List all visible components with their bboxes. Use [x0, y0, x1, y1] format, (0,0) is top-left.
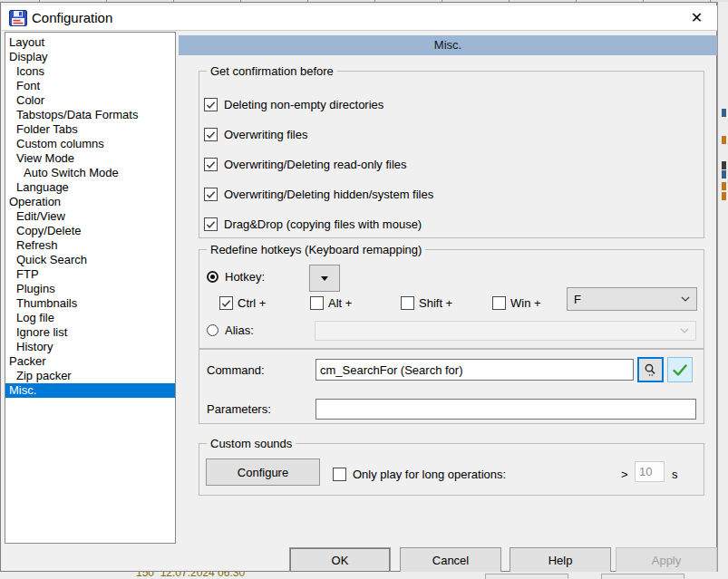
check-icon: [206, 220, 216, 229]
confirm-option-overwriting-deleting-hidden-system-files[interactable]: Overwriting/Deleting hidden/system files: [204, 188, 433, 201]
background-file-row-text: 150 12.07.2024 06:30: [136, 572, 245, 579]
sidebar-item-ignore-list[interactable]: Ignore list: [5, 325, 175, 340]
sounds-group-title: Custom sounds: [207, 437, 296, 450]
seconds-unit-label: s: [672, 468, 678, 481]
sidebar-item-ftp[interactable]: FTP: [5, 267, 175, 282]
sidebar-item-custom-columns[interactable]: Custom columns: [5, 137, 175, 151]
checkbox[interactable]: [204, 188, 218, 201]
checkbox-label: Alt +: [328, 296, 352, 310]
ok-button[interactable]: OK: [289, 547, 391, 573]
background-app-bottom-sliver: 150 12.07.2024 06:30: [0, 572, 728, 579]
background-icon-fragment: [722, 136, 726, 144]
sidebar-item-tabstops-data-formats[interactable]: Tabstops/Data Formats: [5, 108, 175, 122]
configuration-dialog: Configuration ✕ LayoutDisplayIconsFontCo…: [0, 2, 717, 572]
sidebar-item-thumbnails[interactable]: Thumbnails: [5, 296, 175, 311]
check-icon: [206, 190, 216, 199]
close-icon: ✕: [691, 9, 703, 26]
page-title: Misc.: [179, 35, 717, 55]
sidebar-item-icons[interactable]: Icons: [5, 64, 175, 79]
apply-button[interactable]: Apply: [616, 547, 717, 573]
check-icon: [206, 101, 216, 110]
alias-radio-row[interactable]: Alias:: [207, 323, 254, 337]
modifier-shift[interactable]: Shift +: [401, 296, 452, 310]
checkbox[interactable]: [219, 296, 233, 310]
hotkey-radio[interactable]: [207, 271, 218, 283]
alias-select[interactable]: [315, 321, 696, 341]
configure-sounds-button[interactable]: Configure: [206, 458, 320, 486]
sidebar-item-log-file[interactable]: Log file: [5, 311, 175, 325]
confirm-option-overwriting-deleting-read-only-files[interactable]: Overwriting/Deleting read-only files: [204, 158, 407, 171]
background-button-sliver: [485, 574, 568, 579]
checkbox[interactable]: [310, 296, 324, 310]
sidebar-item-misc[interactable]: Misc.: [5, 383, 175, 398]
background-icon-fragment: [722, 182, 726, 190]
background-app-right-sliver: [717, 2, 728, 579]
modifier-ctrl[interactable]: Ctrl +: [219, 296, 266, 310]
sidebar-item-history[interactable]: History: [5, 340, 175, 354]
sidebar-item-layout[interactable]: Layout: [5, 35, 175, 50]
sidebar-item-font[interactable]: Font: [5, 79, 175, 93]
checkbox[interactable]: [204, 128, 218, 141]
checkbox[interactable]: [492, 296, 506, 310]
chevron-down-icon: [680, 328, 689, 333]
sidebar-item-display[interactable]: Display: [5, 50, 175, 64]
sidebar-item-packer[interactable]: Packer: [5, 354, 175, 369]
parameters-label: Parameters:: [207, 402, 271, 416]
help-button[interactable]: Help: [510, 547, 611, 573]
hotkeys-group-title: Redefine hotkeys (Keyboard remapping): [207, 243, 425, 256]
background-icon-fragment: [722, 109, 726, 117]
sidebar-item-edit-view[interactable]: Edit/View: [5, 209, 175, 224]
cancel-button[interactable]: Cancel: [400, 547, 501, 573]
background-button-sliver: [601, 574, 684, 579]
sidebar-item-folder-tabs[interactable]: Folder Tabs: [5, 122, 175, 137]
window-title: Configuration: [32, 5, 112, 30]
hotkey-capture-dropdown-button[interactable]: [309, 265, 340, 292]
long-operations-row[interactable]: Only play for long operations:: [333, 468, 506, 481]
search-icon: [644, 363, 657, 377]
modifier-alt[interactable]: Alt +: [310, 296, 352, 310]
alias-radio[interactable]: [207, 324, 218, 336]
confirmation-group-title: Get confirmation before: [207, 64, 337, 78]
confirmation-group: Get confirmation before Deleting non-emp…: [199, 71, 704, 238]
long-operations-checkbox[interactable]: [333, 468, 346, 481]
checkbox-label: Ctrl +: [238, 296, 266, 310]
checkbox[interactable]: [204, 217, 218, 231]
sidebar-item-copy-delete[interactable]: Copy/Delete: [5, 224, 175, 238]
dropdown-arrow-icon: [321, 276, 328, 281]
checkbox[interactable]: [401, 296, 414, 310]
parameters-input[interactable]: [315, 399, 696, 420]
check-icon: [206, 160, 216, 169]
key-select-value: F: [574, 293, 581, 306]
accept-command-button[interactable]: [667, 357, 693, 382]
sidebar-item-color[interactable]: Color: [5, 93, 175, 108]
check-icon: [221, 299, 231, 308]
command-input[interactable]: [315, 359, 634, 381]
title-bar[interactable]: Configuration: [2, 5, 717, 31]
sidebar-item-auto-switch-mode[interactable]: Auto Switch Mode: [5, 166, 175, 180]
sidebar-item-operation[interactable]: Operation: [5, 195, 175, 209]
confirm-option-drag-drop-copying-files-with-mouse[interactable]: Drag&Drop (copying files with mouse): [204, 217, 422, 231]
checkbox-label: Win +: [510, 296, 541, 310]
config-category-list[interactable]: LayoutDisplayIconsFontColorTabstops/Data…: [5, 32, 176, 544]
sidebar-item-language[interactable]: Language: [5, 180, 175, 195]
checkbox[interactable]: [204, 98, 218, 111]
checkbox-label: Overwriting/Deleting hidden/system files: [224, 188, 433, 201]
hotkey-radio-row[interactable]: Hotkey:: [207, 270, 265, 284]
alias-radio-label: Alias:: [225, 323, 254, 337]
seconds-input[interactable]: [635, 461, 665, 482]
browse-command-button[interactable]: [637, 357, 664, 382]
sidebar-item-refresh[interactable]: Refresh: [5, 238, 175, 253]
key-select[interactable]: F: [567, 287, 697, 311]
confirm-option-deleting-non-empty-directories[interactable]: Deleting non-empty directories: [204, 98, 383, 111]
confirm-option-overwriting-files[interactable]: Overwriting files: [204, 128, 307, 141]
sidebar-item-plugins[interactable]: Plugins: [5, 282, 175, 296]
checkmark-icon: [673, 364, 687, 376]
sidebar-item-zip-packer[interactable]: Zip packer: [5, 369, 175, 383]
checkbox-label: Shift +: [419, 296, 452, 310]
close-button[interactable]: ✕: [676, 5, 717, 30]
modifier-win[interactable]: Win +: [492, 296, 541, 310]
checkbox-label: Overwriting files: [224, 128, 307, 141]
sidebar-item-quick-search[interactable]: Quick Search: [5, 253, 175, 267]
sidebar-item-view-mode[interactable]: View Mode: [5, 151, 175, 166]
checkbox[interactable]: [204, 158, 218, 171]
